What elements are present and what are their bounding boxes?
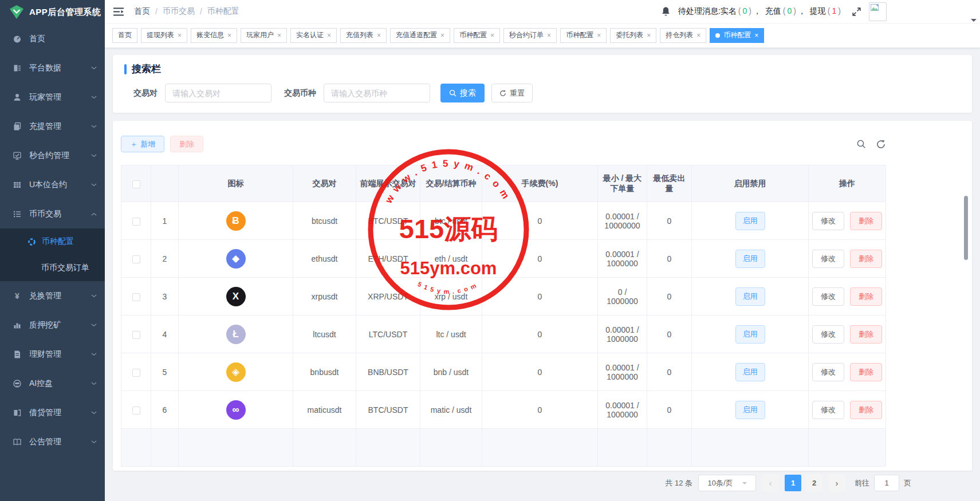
row-select-cell xyxy=(121,391,151,429)
sidebar-item-usdt-contract[interactable]: U本位合约 xyxy=(0,170,105,199)
collapse-menu-icon[interactable] xyxy=(113,7,124,16)
view-tab[interactable]: 持仓列表× xyxy=(660,28,706,43)
tab-close-icon[interactable]: × xyxy=(754,32,758,39)
enable-badge[interactable]: 启用 xyxy=(735,363,765,381)
view-tab[interactable]: 币种配置× xyxy=(560,28,607,43)
sidebar-item-platform-data[interactable]: 平台数据 xyxy=(0,53,105,82)
vertical-scrollbar[interactable] xyxy=(964,196,968,260)
view-tab[interactable]: 充值通道配置× xyxy=(390,28,450,43)
tab-close-icon[interactable]: × xyxy=(490,32,494,39)
tab-close-icon[interactable]: × xyxy=(227,32,231,39)
bulk-delete-button[interactable]: 删除 xyxy=(170,136,203,152)
edit-button[interactable]: 修改 xyxy=(812,250,844,268)
view-tab[interactable]: 充值列表× xyxy=(340,28,387,43)
add-button[interactable]: ＋新增 xyxy=(121,136,164,152)
sidebar-subitem-coin-config[interactable]: 币种配置 xyxy=(0,228,105,255)
breadcrumb-home[interactable]: 首页 xyxy=(134,6,150,17)
sidebar-item-exchange[interactable]: ¥ 兑换管理 xyxy=(0,281,105,310)
minsell-header: 最低卖出量 xyxy=(647,165,692,202)
edit-button[interactable]: 修改 xyxy=(812,325,844,344)
row-checkbox[interactable] xyxy=(132,293,140,301)
coin-search-input[interactable] xyxy=(324,84,430,102)
row-delete-button[interactable]: 删除 xyxy=(850,325,882,344)
goto-page-input[interactable] xyxy=(874,475,899,491)
table-refresh-icon[interactable] xyxy=(876,140,885,149)
row-checkbox[interactable] xyxy=(132,407,140,415)
sidebar-item-spot-trade[interactable]: 币币交易 xyxy=(0,199,105,228)
page-number-button[interactable]: 2 xyxy=(806,475,822,491)
edit-button[interactable]: 修改 xyxy=(812,401,844,419)
edit-button[interactable]: 修改 xyxy=(812,287,844,306)
tab-close-icon[interactable]: × xyxy=(547,32,551,39)
view-tab[interactable]: 提现列表× xyxy=(141,28,187,43)
row-checkbox[interactable] xyxy=(132,218,140,226)
tab-close-icon[interactable]: × xyxy=(440,32,444,39)
sidebar-item-loan[interactable]: 借贷管理 xyxy=(0,398,105,427)
search-button[interactable]: 搜索 xyxy=(440,84,485,102)
row-checkbox[interactable] xyxy=(132,255,140,263)
enable-badge[interactable]: 启用 xyxy=(735,401,765,419)
select-all-checkbox[interactable] xyxy=(132,180,140,188)
row-delete-button[interactable]: 删除 xyxy=(850,363,882,381)
tab-close-icon[interactable]: × xyxy=(178,32,182,39)
view-tab[interactable]: 币种配置× xyxy=(454,28,500,43)
pending-message-item[interactable]: 充值(0)， xyxy=(765,6,808,15)
tab-close-icon[interactable]: × xyxy=(696,32,700,39)
view-tab[interactable]: 首页 xyxy=(112,28,137,43)
enable-badge[interactable]: 启用 xyxy=(735,325,765,344)
bell-icon[interactable] xyxy=(661,6,671,17)
chevron-down-icon xyxy=(91,96,97,99)
sidebar-item-ai[interactable]: AI控盘 xyxy=(0,369,105,398)
page-number-button[interactable]: 1 xyxy=(785,475,801,491)
row-delete-button[interactable]: 删除 xyxy=(850,287,882,306)
fee-cell: 0 xyxy=(482,240,598,278)
row-delete-button[interactable]: 删除 xyxy=(850,212,882,230)
pending-message-item[interactable]: 提现(1) xyxy=(810,6,844,15)
tab-close-icon[interactable]: × xyxy=(597,32,601,39)
next-page-button[interactable]: › xyxy=(828,475,845,491)
table-row: 6 ∞ maticusdt BTC/USDT matic / usdt 0 0.… xyxy=(121,391,886,429)
tab-label: 账变信息 xyxy=(196,30,224,40)
sidebar-item-home[interactable]: 首页 xyxy=(0,24,105,53)
user-menu-caret-icon[interactable] xyxy=(971,19,977,25)
tab-close-icon[interactable]: × xyxy=(277,32,281,39)
sidebar-subitem-spot-orders[interactable]: 币币交易订单 xyxy=(0,255,105,281)
enable-badge[interactable]: 启用 xyxy=(735,250,765,268)
view-tab[interactable]: 玩家用户× xyxy=(241,28,287,43)
sidebar-item-mining[interactable]: 质押挖矿 xyxy=(0,310,105,340)
tab-close-icon[interactable]: × xyxy=(377,32,381,39)
view-tab[interactable]: 实名认证× xyxy=(290,28,337,43)
tab-close-icon[interactable]: × xyxy=(327,32,331,39)
breadcrumb-spot-trade[interactable]: 币币交易 xyxy=(163,6,195,17)
reset-button[interactable]: 重置 xyxy=(491,84,533,102)
row-checkbox[interactable] xyxy=(132,331,140,339)
view-tab[interactable]: 账变信息× xyxy=(191,28,237,43)
table-search-icon[interactable] xyxy=(856,139,866,149)
enable-badge[interactable]: 启用 xyxy=(735,212,765,230)
view-tab[interactable]: 币种配置× xyxy=(710,28,764,43)
row-checkbox[interactable] xyxy=(132,369,140,377)
row-delete-button[interactable]: 删除 xyxy=(850,401,882,419)
view-tab[interactable]: 委托列表× xyxy=(610,28,656,43)
sidebar-item-notice[interactable]: 公告管理 xyxy=(0,427,105,456)
tab-close-icon[interactable]: × xyxy=(647,32,651,39)
row-delete-button[interactable]: 删除 xyxy=(850,250,882,268)
sidebar-item-deposit-withdraw[interactable]: 充提管理 xyxy=(0,112,105,141)
minsell-cell: 0 xyxy=(647,278,692,315)
deposit-withdraw-icon xyxy=(13,122,22,131)
page-size-select[interactable]: 10条/页 xyxy=(698,475,756,491)
sidebar-item-finance[interactable]: 理财管理 xyxy=(0,340,105,369)
avatar[interactable] xyxy=(869,2,887,21)
fullscreen-icon[interactable] xyxy=(852,7,861,17)
sidebar-item-players[interactable]: 玩家管理 xyxy=(0,82,105,112)
sidebar-item-seconds-contract[interactable]: 秒合约管理 xyxy=(0,141,105,170)
prev-page-button[interactable]: ‹ xyxy=(762,475,779,491)
view-tab[interactable]: 秒合约订单× xyxy=(503,28,557,43)
edit-button[interactable]: 修改 xyxy=(812,363,844,381)
fee-cell: 0 xyxy=(482,353,598,391)
pending-message-item[interactable]: 实名(0)， xyxy=(721,6,763,15)
svg-text:¥: ¥ xyxy=(15,291,19,301)
edit-button[interactable]: 修改 xyxy=(812,212,844,230)
enable-badge[interactable]: 启用 xyxy=(735,287,765,306)
pair-search-input[interactable] xyxy=(165,84,271,102)
